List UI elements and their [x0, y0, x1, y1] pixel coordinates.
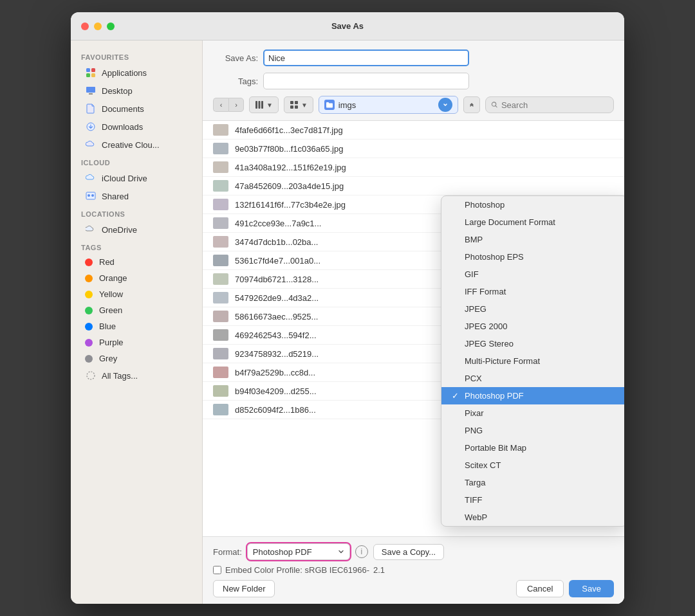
file-thumbnail [213, 273, 228, 285]
dropdown-item-pcx[interactable]: PCX [441, 370, 624, 387]
dropdown-item-jpeg-stereo[interactable]: JPEG Stereo [441, 335, 624, 352]
file-thumbnail [213, 385, 228, 397]
list-item[interactable]: 4fafe6d66f1c...3ec7d817f.jpg [203, 121, 624, 140]
green-tag-label: Green [99, 305, 122, 315]
search-bar[interactable] [485, 96, 614, 113]
new-folder-button[interactable]: New Folder [213, 580, 275, 597]
desktop-icon [85, 85, 97, 96]
expand-icon [468, 101, 476, 109]
tags-input[interactable] [263, 73, 469, 89]
sidebar-item-icloud-drive[interactable]: iCloud Drive [75, 169, 198, 187]
file-name: b94f03e4209...d255... [235, 386, 317, 396]
sidebar-item-all-tags[interactable]: All Tags... [75, 367, 198, 385]
orange-tag-label: Orange [99, 273, 127, 283]
file-name: 491c2cce93e...7a9c1... [235, 219, 321, 228]
sidebar-item-tag-blue[interactable]: Blue [75, 318, 198, 334]
sidebar-item-downloads[interactable]: Downloads [75, 118, 198, 136]
svg-rect-9 [255, 101, 257, 109]
dropdown-item-photoshop[interactable]: Photoshop [441, 196, 624, 213]
tags-header: Tags [71, 239, 202, 254]
file-name: 5479262de9...4d3a2... [235, 293, 319, 303]
save-button[interactable]: Save [569, 580, 614, 597]
format-row: Format: Photoshop PDF i Save a Copy... [213, 543, 614, 560]
sidebar-item-creative-cloud[interactable]: Creative Clou... [75, 136, 198, 154]
check-empty [452, 200, 462, 210]
action-buttons: Cancel Save [516, 580, 614, 597]
close-button[interactable] [81, 23, 89, 30]
file-name: b4f79a2529b...cc8d... [235, 368, 315, 377]
format-select[interactable]: Photoshop PDF [247, 543, 350, 560]
save-copy-button[interactable]: Save a Copy... [373, 544, 444, 560]
sidebar-item-tag-purple[interactable]: Purple [75, 334, 198, 350]
back-button[interactable]: ‹ [213, 98, 228, 112]
dropdown-item-jpeg-2000[interactable]: JPEG 2000 [441, 318, 624, 335]
sidebar-item-tag-yellow[interactable]: Yellow [75, 286, 198, 302]
sidebar-item-onedrive[interactable]: OneDrive [75, 221, 198, 239]
dropdown-item-scitex-ct[interactable]: Scitex CT [441, 457, 624, 474]
sidebar-item-shared[interactable]: Shared [75, 187, 198, 205]
search-input[interactable] [501, 100, 608, 110]
dropdown-item-targa[interactable]: Targa [441, 474, 624, 491]
sidebar-item-tag-grey[interactable]: Grey [75, 350, 198, 367]
yellow-tag-label: Yellow [99, 289, 123, 299]
file-thumbnail [213, 143, 228, 154]
window-controls [81, 23, 115, 30]
sidebar-item-tag-green[interactable]: Green [75, 302, 198, 318]
list-item[interactable]: 47a8452609...203a4de15.jpg [203, 177, 624, 195]
svg-rect-0 [86, 68, 90, 72]
location-dropdown[interactable]: imgs [319, 96, 458, 114]
favourites-header: Favourites [71, 48, 202, 64]
save-as-row: Save As: [213, 50, 614, 66]
sidebar-item-tag-red[interactable]: Red [75, 254, 198, 270]
file-name: 70974db6721...3128... [235, 275, 319, 284]
all-tags-icon [85, 370, 97, 381]
file-name: 9234758932...d5219... [235, 349, 319, 359]
sidebar-item-desktop[interactable]: Desktop [75, 82, 198, 100]
embed-color-checkbox[interactable] [213, 566, 221, 574]
dropdown-item-multi-picture[interactable]: Multi-Picture Format [441, 352, 624, 370]
format-label: Format: [213, 547, 242, 557]
minimize-button[interactable] [94, 23, 102, 30]
sidebar-item-applications[interactable]: Applications [75, 64, 198, 82]
dropdown-item-photoshop-eps[interactable]: Photoshop EPS [441, 248, 624, 266]
svg-rect-1 [91, 68, 95, 72]
icc-version: 2.1 [373, 565, 385, 575]
dropdown-item-photoshop-pdf[interactable]: ✓ Photoshop PDF [441, 387, 624, 404]
downloads-label: Downloads [102, 122, 143, 132]
info-button[interactable]: i [355, 545, 368, 558]
cancel-button[interactable]: Cancel [516, 580, 564, 597]
maximize-button[interactable] [107, 23, 115, 30]
file-name: 41a3408a192...151f62e19.jpg [235, 163, 346, 172]
creative-cloud-label: Creative Clou... [102, 140, 160, 150]
list-item[interactable]: 9e03b77f80b...f1c036a65.jpg [203, 140, 624, 158]
file-thumbnail [213, 348, 228, 359]
sidebar-item-documents[interactable]: Documents [75, 100, 198, 118]
dropdown-item-large-doc[interactable]: Large Document Format [441, 213, 624, 231]
blue-tag-label: Blue [99, 322, 116, 331]
dropdown-item-png[interactable]: PNG [441, 422, 624, 439]
locations-header: Locations [71, 205, 202, 221]
list-item[interactable]: 41a3408a192...151f62e19.jpg [203, 158, 624, 177]
dialog-title: Save As [331, 21, 364, 31]
dropdown-item-portable-bit-map[interactable]: Portable Bit Map [441, 439, 624, 457]
icloud-drive-label: iCloud Drive [102, 174, 147, 183]
dropdown-item-bmp[interactable]: BMP [441, 231, 624, 248]
purple-tag-dot [85, 339, 93, 347]
svg-rect-3 [91, 73, 95, 77]
save-as-input[interactable] [263, 50, 469, 66]
applications-label: Applications [102, 68, 147, 78]
tags-row: Tags: [213, 73, 614, 89]
dropdown-item-iff[interactable]: IFF Format [441, 283, 624, 300]
dropdown-item-pixar[interactable]: Pixar [441, 404, 624, 422]
expand-button[interactable] [463, 96, 480, 113]
view-mode-button[interactable]: ▼ [249, 96, 279, 113]
grey-tag-label: Grey [99, 354, 117, 363]
dropdown-item-jpeg[interactable]: JPEG [441, 300, 624, 318]
sort-button[interactable]: ▼ [284, 96, 313, 113]
sidebar-item-tag-orange[interactable]: Orange [75, 270, 198, 286]
dropdown-item-gif[interactable]: GIF [441, 266, 624, 283]
location-name: imgs [338, 100, 434, 110]
dropdown-item-tiff[interactable]: TIFF [441, 491, 624, 509]
dropdown-item-webp[interactable]: WebP [441, 509, 624, 526]
forward-button[interactable]: › [228, 98, 244, 112]
